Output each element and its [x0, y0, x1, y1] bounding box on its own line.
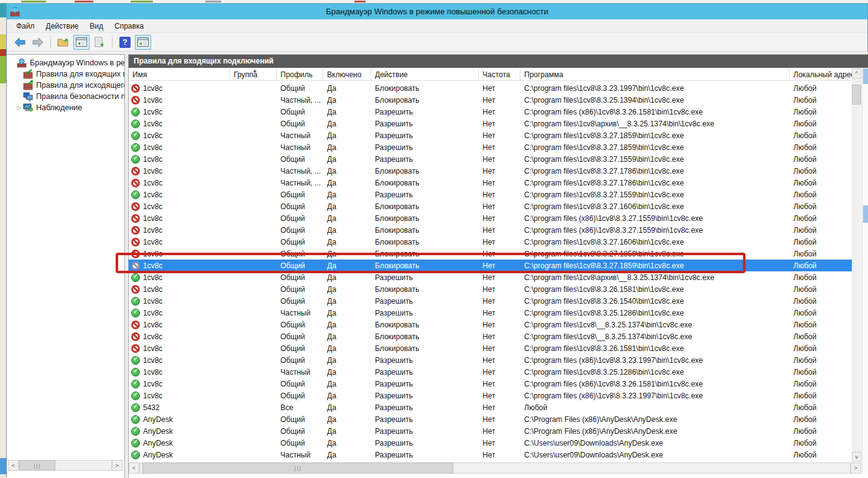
rule-row[interactable]: 1cv8cОбщийДаБлокироватьНетC:\program fil… [129, 212, 852, 224]
menu-item-3[interactable]: Справка [109, 20, 149, 32]
allow-rule-icon [131, 155, 140, 164]
scroll-left-button[interactable]: < [8, 460, 19, 471]
rule-row[interactable]: 1cv8cОбщийДаБлокироватьНетC:\program fil… [129, 248, 852, 260]
column-header-1[interactable]: Группа▲ [230, 68, 277, 80]
rule-row[interactable]: 1cv8cОбщийДаБлокироватьНетC:\program fil… [129, 330, 852, 342]
back-button[interactable] [12, 35, 28, 50]
rule-row[interactable]: 1cv8cОбщийДаБлокироватьНетC:\program fil… [129, 319, 852, 330]
rule-row[interactable]: AnyDeskОбщийДаРазрешитьНетC:\Users\user0… [129, 437, 852, 449]
rule-action: Блокировать [371, 167, 479, 176]
rule-local-address: Любой [790, 415, 852, 424]
rule-row[interactable]: 1cv8cЧастныйДаРазрешитьНетC:\program fil… [129, 129, 852, 141]
scroll-down-button[interactable]: v [852, 452, 861, 462]
show-console-tree-button[interactable] [73, 35, 90, 50]
help-button[interactable]: ? [117, 35, 133, 50]
rule-name: 1cv8c [143, 202, 162, 211]
rule-enabled: Да [323, 250, 371, 258]
rule-row[interactable]: 1cv8cОбщийДаРазрешитьНетC:\program files… [129, 390, 852, 401]
rule-row-selected[interactable]: 1cv8cОбщийДаБлокироватьНетC:\program fil… [129, 260, 852, 271]
tree-horizontal-scrollbar[interactable]: < > [8, 460, 122, 471]
rule-action: Разрешить [371, 309, 479, 317]
rule-row[interactable]: AnyDeskОбщийДаРазрешитьНетC:\Program Fil… [129, 413, 852, 425]
tree-item-label: Правила для входящих подключений [36, 70, 124, 78]
rule-row[interactable]: 1cv8cОбщийДаБлокироватьНетC:\program fil… [129, 200, 852, 212]
allow-rule-icon [131, 415, 140, 424]
title-bar[interactable]: Брандмауэр Windows в режиме повышенной б… [7, 4, 867, 19]
column-header-7[interactable]: Локальный адрес [790, 68, 852, 80]
scrollbar-thumb[interactable] [142, 462, 453, 474]
export-list-button[interactable] [91, 35, 108, 50]
rule-action: Разрешить [371, 356, 479, 365]
help-icon: ? [119, 37, 131, 48]
rule-local-address: Любой [790, 84, 852, 93]
menu-item-0[interactable]: Файл [11, 20, 40, 32]
rule-local-address: Любой [790, 273, 852, 282]
rule-name: 1cv8c [143, 391, 162, 400]
rule-row[interactable]: 1cv8cОбщийДаРазрешитьНетC:\program files… [129, 153, 852, 165]
tree-item-3[interactable]: Правила безопасности подключения [7, 91, 124, 102]
rule-action: Разрешить [371, 380, 479, 388]
rule-row[interactable]: 1cv8cОбщийДаРазрешитьНетC:\program files… [129, 295, 852, 307]
rule-frequency: Нет [479, 344, 520, 353]
rule-row[interactable]: 1cv8cОбщийДаБлокироватьНетC:\program fil… [129, 82, 852, 94]
rule-row[interactable]: 1cv8cОбщийДаРазрешитьНетC:\program files… [129, 271, 852, 283]
rule-name-cell: 1cv8c [129, 131, 230, 140]
rule-row[interactable]: 1cv8cЧастный, ...ДаБлокироватьНетC:\prog… [129, 165, 852, 177]
rule-name-cell: 1cv8c [129, 238, 230, 246]
expand-icon[interactable]: ▷ [16, 105, 23, 111]
rule-name: 1cv8c [143, 309, 162, 317]
column-header-4[interactable]: Действие [371, 68, 479, 80]
rule-row[interactable]: 1cv8cОбщийДаБлокироватьНетC:\program fil… [129, 236, 852, 248]
rule-program: C:\Program Files (x86)\AnyDesk\AnyDesk.e… [520, 415, 790, 424]
rule-name-cell: 1cv8c [129, 321, 230, 329]
rule-row[interactable]: 1cv8cЧастный, ...ДаБлокироватьНетC:\prog… [129, 94, 852, 106]
rule-row[interactable]: 1cv8cОбщийДаРазрешитьНетC:\program files… [129, 189, 852, 200]
export-button[interactable] [55, 35, 72, 50]
tree-item-label: Наблюдение [36, 103, 82, 112]
scrollbar-thumb[interactable] [852, 85, 861, 105]
rule-row[interactable]: 1cv8cЧастный, ...ДаБлокироватьНетC:\prog… [129, 177, 852, 189]
list-horizontal-scrollbar[interactable]: < > [129, 462, 861, 474]
menu-item-2[interactable]: Вид [84, 20, 109, 32]
app-window: Брандмауэр Windows в режиме повышенной б… [6, 3, 868, 478]
rule-action: Разрешить [371, 131, 479, 140]
column-header-0[interactable]: Имя [129, 68, 230, 80]
column-header-5[interactable]: Частота [479, 68, 520, 80]
rule-action: Блокировать [371, 285, 479, 294]
rule-row[interactable]: 1cv8cЧастныйДаРазрешитьНетC:\program fil… [129, 307, 852, 319]
rule-row[interactable]: 1cv8cЧастныйДаРазрешитьНетC:\program fil… [129, 366, 852, 378]
menu-item-1[interactable]: Действие [40, 20, 85, 32]
rule-row[interactable]: 1cv8cОбщийДаРазрешитьНетC:\program files… [129, 354, 852, 366]
column-header-6[interactable]: Программа [520, 68, 790, 80]
rule-row[interactable]: 5432ВсеДаРазрешитьНетЛюбойЛюбой [129, 401, 852, 413]
rule-profile: Общий [277, 120, 323, 128]
scroll-right-button[interactable]: > [112, 460, 122, 471]
tree-item-2[interactable]: Правила для исходящего подключения [7, 80, 124, 91]
tree-item-0[interactable]: Брандмауэр Windows в режиме повышенной б… [7, 57, 124, 68]
rule-name-cell: 1cv8c [129, 285, 230, 294]
scroll-up-button[interactable]: ^ [852, 68, 861, 78]
tree-item-1[interactable]: Правила для входящих подключений [7, 68, 124, 80]
rule-row[interactable]: 1cv8cОбщийДаБлокироватьНетC:\program fil… [129, 342, 852, 354]
rule-local-address: Любой [790, 403, 852, 412]
tree-item-4[interactable]: ▷Наблюдение [7, 102, 124, 113]
rule-row[interactable]: 1cv8cОбщийДаРазрешитьНетC:\program files… [129, 106, 852, 118]
rule-row[interactable]: 1cv8cОбщийДаРазрешитьНетC:\program files… [129, 378, 852, 390]
scrollbar-thumb[interactable] [19, 460, 55, 471]
rule-row[interactable]: 1cv8cЧастныйДаРазрешитьНетC:\program fil… [129, 141, 852, 153]
forward-button[interactable] [30, 35, 46, 50]
column-header-2[interactable]: Профиль [277, 68, 323, 80]
rule-row[interactable]: AnyDeskЧастныйДаРазрешитьНетC:\Users\use… [129, 449, 852, 461]
list-vertical-scrollbar[interactable]: ^ v [852, 68, 861, 462]
scroll-left-button[interactable]: < [129, 462, 139, 474]
allow-rule-icon [131, 391, 140, 400]
rule-row[interactable]: AnyDeskОбщийДаРазрешитьНетC:\Program Fil… [129, 425, 852, 437]
column-header-3[interactable]: Включено [323, 68, 371, 80]
rule-row[interactable]: 1cv8cОбщийДаБлокироватьНетC:\program fil… [129, 224, 852, 236]
action-pane-sliver [862, 68, 868, 474]
show-action-pane-button[interactable] [135, 35, 151, 50]
rule-row[interactable]: 1cv8cОбщийДаРазрешитьНетC:\program files… [129, 118, 852, 129]
rule-row[interactable]: 1cv8cОбщийДаБлокироватьНетC:\program fil… [129, 283, 852, 295]
scroll-right-button[interactable]: > [851, 462, 861, 474]
rule-local-address: Любой [790, 131, 852, 140]
